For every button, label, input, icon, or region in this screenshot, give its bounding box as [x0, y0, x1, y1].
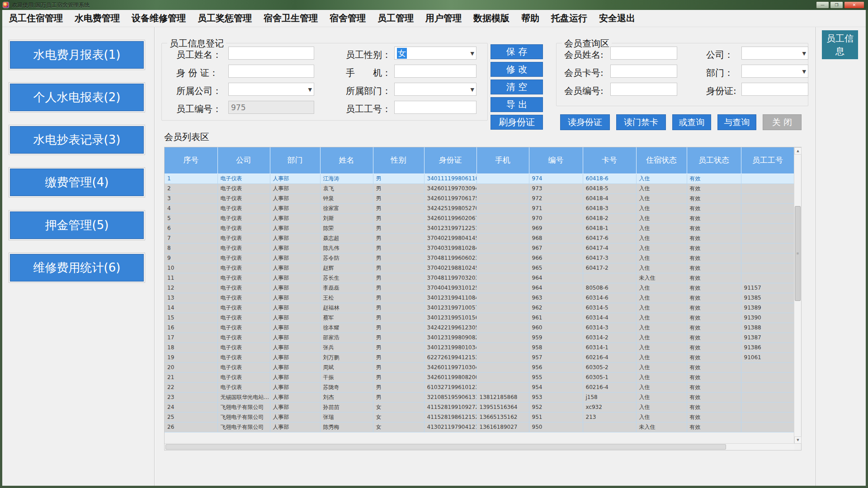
menu-item[interactable]: 宿舍管理: [324, 11, 372, 25]
and-query-button[interactable]: 与查询: [717, 114, 756, 130]
table-row[interactable]: 5电子仪表人事部刘斯男3426011996020671...97060418-2…: [165, 213, 794, 223]
menu-item[interactable]: 员工奖惩管理: [192, 11, 258, 25]
sidebar-button[interactable]: 维修费用统计(6): [10, 254, 144, 282]
menu-item[interactable]: 员工住宿管理: [3, 11, 69, 25]
read-id-button[interactable]: 读身份证: [560, 114, 610, 130]
name-field[interactable]: [228, 47, 314, 60]
minimize-button[interactable]: —: [816, 1, 829, 9]
column-header[interactable]: 部门: [270, 147, 320, 174]
sidebar-button[interactable]: 押金管理(5): [10, 211, 144, 239]
save-button[interactable]: 保 存: [491, 44, 543, 59]
chevron-down-icon[interactable]: ▼: [471, 50, 474, 56]
table-row[interactable]: 25飞翎电子有限公司人事部张瑞女4115281986121529...13665…: [165, 412, 794, 422]
sidebar-button[interactable]: 水电费月报表(1): [10, 41, 144, 69]
sidebar-button[interactable]: 缴费管理(4): [10, 169, 144, 196]
read-access-card-button[interactable]: 读门禁卡: [616, 114, 666, 130]
member-no-field[interactable]: [610, 83, 677, 96]
column-header[interactable]: 身份证: [424, 147, 476, 174]
table-row[interactable]: 22电子仪表人事部苏陇奇男6103271996101234...95460216…: [165, 382, 794, 392]
maximize-button[interactable]: ❐: [830, 1, 843, 9]
table-row[interactable]: 2电子仪表人事部袁飞男3426011997030946...97360418-5…: [165, 183, 794, 193]
query-company-combobox[interactable]: ▼: [741, 47, 808, 60]
chevron-down-icon[interactable]: ▼: [308, 86, 312, 92]
table-row[interactable]: 10电子仪表人事部赵辉男3704021988102453...96560417-…: [165, 263, 794, 273]
menu-item[interactable]: 托盘运行: [545, 11, 593, 25]
table-row[interactable]: 12电子仪表人事部李磊磊男3704041993101250...96480508…: [165, 283, 794, 293]
department-combobox[interactable]: ▼: [394, 83, 476, 96]
export-button[interactable]: 导 出: [491, 97, 543, 112]
table-row[interactable]: 23无锡国联华光电站...人事部刘杰男3210851959061318...13…: [165, 392, 794, 402]
sidebar-button[interactable]: 个人水电报表(2): [10, 84, 144, 111]
table-cell: 男: [373, 283, 424, 293]
company-combobox[interactable]: ▼: [228, 83, 314, 96]
chevron-down-icon[interactable]: ▼: [471, 86, 474, 92]
column-header[interactable]: 手机: [476, 147, 529, 174]
menu-item[interactable]: 水电费管理: [69, 11, 126, 25]
table-row[interactable]: 24飞翎电子有限公司人事部孙苗苗女4115281991092729...1395…: [165, 402, 794, 412]
table-row[interactable]: 8电子仪表人事部陈凡伟男3704031998102841...96760417-…: [165, 243, 794, 253]
table-row[interactable]: 13电子仪表人事部王松男3401231994110848...96360314-…: [165, 293, 794, 303]
vertical-scrollbar[interactable]: ▲ ≡ ▼: [794, 147, 801, 444]
menu-item[interactable]: 宿舍卫生管理: [258, 11, 324, 25]
menu-item[interactable]: 设备维修管理: [126, 11, 192, 25]
chevron-down-icon[interactable]: ▼: [802, 68, 806, 74]
sidebar-button[interactable]: 水电抄表记录(3): [10, 126, 144, 154]
employee-info-button[interactable]: 员工信息: [822, 30, 858, 59]
column-header[interactable]: 员工状态: [687, 147, 741, 174]
work-no-field[interactable]: [394, 101, 476, 114]
table-row[interactable]: 17电子仪表人事部邵家浩男3401231998090820...95960314…: [165, 333, 794, 343]
table-row[interactable]: 19电子仪表人事部刘万鹏男6227261994121530...95760216…: [165, 352, 794, 362]
column-header[interactable]: 性别: [373, 147, 424, 174]
menu-item[interactable]: 帮助: [515, 11, 545, 25]
scroll-down-icon[interactable]: ▼: [794, 436, 802, 444]
swipe-id-button[interactable]: 刷身份证: [491, 115, 543, 130]
table-row[interactable]: 3电子仪表人事部钟泉男3426011997061753...97260418-4…: [165, 193, 794, 203]
column-header[interactable]: 员工工号: [741, 147, 794, 174]
table-row[interactable]: 6电子仪表人事部陈荣男3401231997122516...96960418-1…: [165, 223, 794, 233]
table-row[interactable]: 9电子仪表人事部苏令防男3704811996060238...96660417-…: [165, 253, 794, 263]
member-name-field[interactable]: [610, 47, 677, 60]
query-department-combobox[interactable]: ▼: [741, 65, 808, 78]
table-cell: 入住: [636, 263, 687, 273]
table-row[interactable]: 11电子仪表人事部苏长生男3704811997032038...964未入住有效: [165, 273, 794, 283]
column-header[interactable]: 卡号: [583, 147, 636, 174]
column-header[interactable]: 住宿状态: [636, 147, 687, 174]
clear-button[interactable]: 清 空: [491, 80, 543, 94]
or-query-button[interactable]: 或查询: [672, 114, 711, 130]
close-button[interactable]: ✕: [844, 1, 864, 9]
gender-combobox[interactable]: 女 ▼: [394, 47, 476, 60]
column-header[interactable]: 公司: [217, 147, 270, 174]
table-cell: 聂志超: [320, 233, 373, 243]
table-row[interactable]: 16电子仪表人事部徐本耀男3424221996123052...96060314…: [165, 323, 794, 333]
modify-button[interactable]: 修 改: [491, 62, 543, 77]
table-row[interactable]: 21电子仪表人事部干振男3426011998082002...95560305-…: [165, 372, 794, 382]
table-row[interactable]: 18电子仪表人事部张兵男3401231998010348...95860314-…: [165, 343, 794, 352]
table-cell: 人事部: [270, 352, 320, 362]
table-row[interactable]: 15电子仪表人事部蔡军男3401231995101562...96160314-…: [165, 313, 794, 323]
menu-item[interactable]: 数据模版: [467, 11, 515, 25]
phone-field[interactable]: [394, 65, 476, 78]
table-row[interactable]: 4电子仪表人事部徐家富男3424251998052705...97160418-…: [165, 203, 794, 213]
menu-item[interactable]: 员工管理: [372, 11, 420, 25]
query-id-card-field[interactable]: [741, 83, 808, 96]
table-row[interactable]: 20电子仪表人事部周斌男3426011997103040...95660305-…: [165, 362, 794, 372]
column-header[interactable]: 编号: [529, 147, 583, 174]
column-header[interactable]: 序号: [165, 147, 217, 174]
table-row[interactable]: 14电子仪表人事部赵福林男3401231997100572...96260314…: [165, 303, 794, 313]
table-cell: 959: [529, 333, 583, 343]
chevron-down-icon[interactable]: ▼: [802, 50, 806, 56]
horizontal-scroll-thumb[interactable]: [165, 444, 726, 450]
menu-item[interactable]: 用户管理: [420, 11, 467, 25]
table-row[interactable]: 7电子仪表人事部聂志超男3704021998041453...96860417-…: [165, 233, 794, 243]
id-card-field[interactable]: [228, 65, 314, 78]
scroll-up-icon[interactable]: ▲: [794, 147, 802, 155]
table-row[interactable]: 26飞翎电子有限公司人事部陈秀梅女4130211979041219...1361…: [165, 422, 794, 432]
vertical-scroll-thumb[interactable]: ≡: [795, 206, 801, 301]
column-header[interactable]: 姓名: [320, 147, 373, 174]
table-row[interactable]: 1电子仪表人事部江海涛男3401111998061105...97460418-…: [165, 174, 794, 183]
menu-item[interactable]: 安全退出: [593, 11, 641, 25]
close-form-button[interactable]: 关 闭: [763, 114, 802, 130]
table-cell: 陈荣: [320, 223, 373, 233]
horizontal-scrollbar[interactable]: [165, 443, 794, 450]
member-card-field[interactable]: [610, 65, 677, 78]
